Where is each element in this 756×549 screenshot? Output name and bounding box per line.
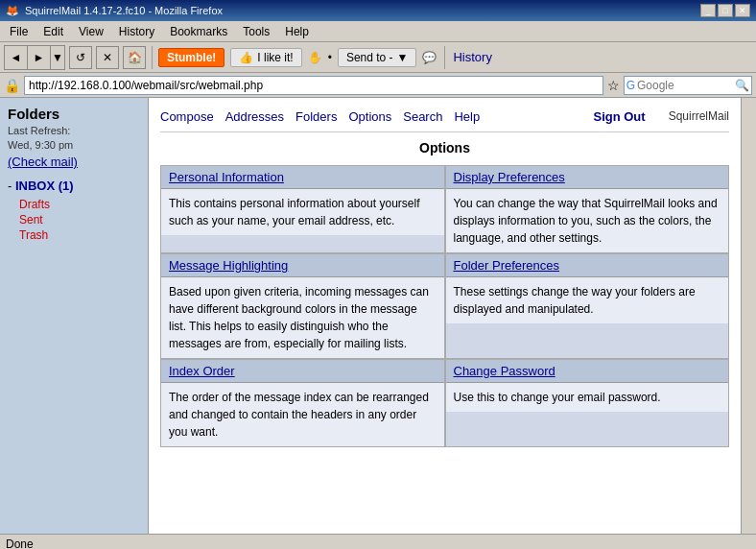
sent-folder[interactable]: Sent	[19, 213, 43, 227]
folder-prefs-link[interactable]: Folder Preferences	[454, 258, 560, 273]
sidebar-folders: - INBOX (1) Drafts Sent Trash	[8, 179, 140, 243]
folder-separator: -	[8, 179, 15, 193]
address-bar: 🔒 ☆ G 🔍	[0, 73, 756, 98]
send-dropdown-icon: ▼	[397, 51, 409, 64]
compose-link[interactable]: Compose	[160, 109, 214, 124]
google-icon: G	[626, 79, 635, 92]
squirrelmail-label: SquirrelMail	[669, 109, 729, 124]
option-cell-display: Display Preferences You can change the w…	[446, 166, 729, 252]
history-link[interactable]: History	[453, 50, 491, 64]
window-title: SquirrelMail 1.4.17-2.fc10 - Mozilla Fir…	[25, 5, 223, 16]
bookmark-star-icon[interactable]: ☆	[607, 78, 620, 93]
option-desc-folder-prefs: These settings change the way your folde…	[446, 277, 729, 323]
change-password-link[interactable]: Change Password	[454, 364, 555, 378]
option-cell-personal: Personal Information This contains perso…	[161, 166, 444, 252]
option-header-password: Change Password	[446, 360, 729, 383]
close-button[interactable]: ✕	[735, 4, 750, 17]
option-cell-highlighting: Message Highlighting Based upon given cr…	[161, 254, 444, 358]
display-prefs-link[interactable]: Display Preferences	[454, 170, 565, 184]
list-item: Sent	[8, 212, 140, 227]
home-button[interactable]: 🏠	[123, 46, 146, 69]
like-label: I like it!	[257, 51, 293, 64]
stumble-button[interactable]: Stumble!	[158, 48, 224, 67]
options-heading: Options	[160, 140, 729, 155]
thumb-icon: 👍	[239, 51, 253, 64]
option-desc-personal: This contains personal information about…	[161, 189, 444, 235]
sidebar: Folders Last Refresh: Wed, 9:30 pm (Chec…	[0, 98, 149, 534]
personal-info-link[interactable]: Personal Information	[169, 170, 284, 184]
check-mail-link[interactable]: (Check mail)	[8, 155, 78, 169]
menu-file[interactable]: File	[4, 23, 34, 40]
drafts-folder[interactable]: Drafts	[19, 198, 50, 211]
option-cell-password: Change Password Use this to change your …	[446, 360, 729, 446]
main-layout: Folders Last Refresh: Wed, 9:30 pm (Chec…	[0, 98, 756, 534]
menu-history[interactable]: History	[113, 23, 160, 40]
toolbar-separator	[152, 46, 153, 69]
list-item: Drafts	[8, 197, 140, 212]
status-bar: Done	[0, 534, 756, 549]
inbox-folder[interactable]: INBOX (1)	[15, 179, 74, 193]
toolbar-sep2	[444, 46, 445, 69]
back-button[interactable]: ◄	[5, 46, 28, 69]
options-grid: Personal Information This contains perso…	[160, 165, 729, 447]
trash-folder[interactable]: Trash	[19, 228, 48, 242]
message-highlighting-link[interactable]: Message Highlighting	[169, 258, 288, 273]
status-text: Done	[6, 537, 34, 550]
option-header-personal: Personal Information	[161, 166, 444, 189]
nav-links-right: Sign Out SquirrelMail	[593, 109, 729, 124]
index-order-link[interactable]: Index Order	[169, 364, 235, 378]
stumble-dot: •	[328, 51, 332, 64]
send-label: Send to -	[346, 51, 393, 64]
sidebar-meta: Last Refresh: Wed, 9:30 pm (Check mail)	[8, 124, 140, 171]
maximize-button[interactable]: □	[718, 4, 733, 17]
toolbar: ◄ ► ▼ ↺ ✕ 🏠 Stumble! 👍 I like it! ✋ • Se…	[0, 42, 756, 73]
addresses-link[interactable]: Addresses	[225, 109, 284, 124]
sidebar-title: Folders	[8, 106, 140, 122]
option-desc-password: Use this to change your email password.	[446, 383, 729, 412]
send-to-button[interactable]: Send to - ▼	[338, 48, 417, 67]
refresh-time: Wed, 9:30 pm	[8, 139, 73, 151]
menu-bar: File Edit View History Bookmarks Tools H…	[0, 21, 756, 42]
window-controls[interactable]: _ □ ✕	[700, 4, 750, 17]
option-desc-index: The order of the message index can be re…	[161, 383, 444, 446]
option-header-folder-prefs: Folder Preferences	[446, 254, 729, 277]
menu-tools[interactable]: Tools	[237, 23, 275, 40]
menu-help[interactable]: Help	[279, 23, 315, 40]
address-input[interactable]	[24, 76, 603, 95]
menu-edit[interactable]: Edit	[37, 23, 69, 40]
search-input[interactable]	[637, 79, 733, 92]
scrollbar[interactable]	[741, 98, 756, 534]
chat-icon: 💬	[422, 51, 437, 64]
like-button[interactable]: 👍 I like it!	[230, 48, 301, 67]
nav-links-left: Compose Addresses Folders Options Search…	[160, 109, 480, 124]
forward-button[interactable]: ►	[28, 46, 51, 69]
sign-out-link[interactable]: Sign Out	[593, 109, 645, 124]
option-desc-display: You can change the way that SquirrelMail…	[446, 189, 729, 252]
reload-button[interactable]: ↺	[69, 46, 92, 69]
stop-button[interactable]: ✕	[96, 46, 119, 69]
content-area: Compose Addresses Folders Options Search…	[149, 98, 741, 534]
folders-link[interactable]: Folders	[295, 109, 337, 124]
list-item: Trash	[8, 227, 140, 243]
option-cell-folder-prefs: Folder Preferences These settings change…	[446, 254, 729, 358]
search-icon[interactable]: 🔍	[735, 79, 749, 92]
title-bar: 🦊 SquirrelMail 1.4.17-2.fc10 - Mozilla F…	[0, 0, 756, 21]
option-header-highlighting: Message Highlighting	[161, 254, 444, 277]
option-desc-highlighting: Based upon given criteria, incoming mess…	[161, 277, 444, 358]
minimize-button[interactable]: _	[700, 4, 716, 17]
nav-links: Compose Addresses Folders Options Search…	[160, 106, 729, 132]
ssl-icon: 🔒	[4, 78, 20, 93]
stumble-icon: ✋	[308, 51, 322, 64]
option-header-index: Index Order	[161, 360, 444, 383]
browser-icon: 🦊	[6, 5, 19, 17]
search-link[interactable]: Search	[403, 109, 442, 124]
menu-bookmarks[interactable]: Bookmarks	[164, 23, 233, 40]
last-refresh-label: Last Refresh:	[8, 125, 70, 136]
option-cell-index: Index Order The order of the message ind…	[161, 360, 444, 446]
options-link[interactable]: Options	[348, 109, 391, 124]
help-link[interactable]: Help	[454, 109, 480, 124]
menu-view[interactable]: View	[73, 23, 109, 40]
dropdown-arrow[interactable]: ▼	[51, 46, 64, 69]
option-header-display: Display Preferences	[446, 166, 729, 189]
nav-group: ◄ ► ▼	[4, 45, 65, 70]
